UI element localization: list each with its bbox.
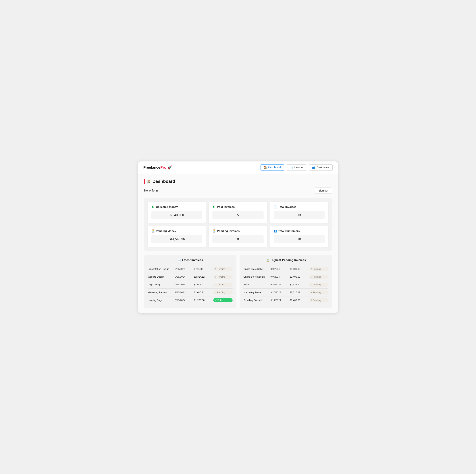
invoice-date: 9/14/2024 [271, 299, 290, 301]
status-label: Pending [313, 276, 321, 278]
status-label: Pending [217, 291, 225, 294]
invoice-row: Online Store Design 9/9/2024 $3,400.00 ?… [243, 273, 328, 281]
invoice-date: 9/25/2024 [175, 283, 194, 286]
collected-money-icon: 💲 [151, 205, 155, 209]
dashboard-nav-icon: 🏠 [264, 166, 267, 169]
app-brand: FreelancePro 🚀 [143, 165, 172, 170]
invoice-amount: $2,324.12 [194, 276, 213, 278]
status-icon: ? [215, 291, 216, 294]
invoice-name: Logo Design [148, 283, 175, 286]
customers-nav-label: Customers [317, 166, 329, 169]
invoice-status-badge: ? Pending [309, 283, 328, 287]
collected-money-title: 💲 Collected Money [151, 205, 202, 209]
page-title-icon: 🏠 [147, 180, 151, 183]
paid-invoices-value: 5 [212, 211, 263, 219]
invoice-name: Presentation Design [148, 268, 175, 270]
invoice-name: Hello [243, 283, 271, 286]
pending-invoices-icon: ⏳ [212, 229, 216, 233]
page-header: 🏠 Dashboard [144, 179, 332, 184]
invoice-row: Landing Page 9/15/2024 $1,200.00 ✔ Paid [148, 296, 233, 304]
invoice-status-badge: ? Pending [309, 275, 328, 279]
pending-invoices-title: ⏳ Pending Invoices [212, 229, 263, 233]
invoice-amount: $123.12 [194, 283, 213, 286]
pending-invoices-value: 8 [212, 235, 263, 243]
status-label: Paid [218, 299, 222, 301]
invoice-status-badge: ✔ Paid [213, 298, 233, 302]
invoice-row: Marketing Presen... 9/25/2024 $2,010.12 … [243, 289, 328, 296]
stat-paid-invoices: 💲 Paid Invoices 5 [209, 202, 267, 223]
status-label: Pending [313, 291, 321, 294]
stat-collected-money: 💲 Collected Money $9,400.00 [148, 202, 206, 223]
dashboard-nav-label: Dashboard [268, 166, 281, 169]
nav-invoices[interactable]: 📄 Invoices [286, 164, 307, 171]
invoice-amount: $2,324.12 [290, 283, 309, 286]
total-customers-title: 👥 Total Customers [274, 229, 325, 233]
pending-money-value: $14,546.36 [151, 235, 202, 243]
status-label: Pending [313, 299, 321, 301]
latest-invoices-list: Presentation Design 9/26/2024 $789.00 ? … [148, 265, 233, 304]
invoice-row: Hello 9/25/2024 $2,324.12 ? Pending [243, 281, 328, 289]
invoice-status-badge: ? Pending [213, 283, 233, 287]
invoice-status-badge: ? Pending [309, 267, 328, 271]
highest-pending-icon: ⏳ [266, 259, 270, 262]
invoice-row: Website Design 9/25/2024 $2,324.12 ? Pen… [148, 273, 233, 281]
brand-text-freelance: Freelance [143, 165, 160, 169]
invoice-name: Marketing Presen... [243, 291, 271, 294]
stats-section: 💲 Collected Money $9,400.00 💲 Paid Invoi… [144, 198, 332, 251]
status-label: Pending [313, 283, 321, 286]
invoice-status-badge: ? Pending [213, 275, 233, 279]
signout-button[interactable]: Sign out [315, 188, 332, 194]
invoice-row: Logo Design 9/25/2024 $123.12 ? Pending [148, 281, 233, 289]
invoice-amount: $2,010.12 [290, 291, 309, 294]
highest-pending-list: Online Store Rebr... 9/9/2024 $4,000.00 … [243, 265, 328, 304]
customers-nav-icon: 👥 [312, 166, 315, 169]
stat-total-customers: 👥 Total Customers 10 [270, 226, 328, 247]
app-container: FreelancePro 🚀 🏠 Dashboard 📄 Invoices 👥 … [138, 162, 338, 313]
invoice-amount: $3,400.00 [290, 276, 309, 278]
stat-pending-invoices: ⏳ Pending Invoices 8 [209, 226, 267, 247]
status-label: Pending [217, 283, 225, 286]
nav-dashboard[interactable]: 🏠 Dashboard [260, 164, 284, 171]
latest-invoices-panel: 📄 Latest Invoices Presentation Design 9/… [144, 255, 236, 308]
invoice-date: 9/15/2024 [175, 299, 194, 301]
invoice-amount: $4,000.00 [290, 268, 309, 270]
stats-grid-row2: ⏳ Pending Money $14,546.36 ⏳ Pending Inv… [148, 226, 328, 247]
brand-text-pro: Pro [160, 165, 166, 169]
total-invoices-value: 13 [274, 211, 325, 219]
invoice-amount: $2,010.12 [194, 291, 213, 294]
status-label: Pending [217, 268, 225, 270]
navbar-nav: 🏠 Dashboard 📄 Invoices 👥 Customers [260, 164, 333, 171]
status-icon: ? [215, 276, 216, 278]
invoice-row: Presentation Design 9/26/2024 $789.00 ? … [148, 265, 233, 273]
invoice-status-badge: ? Pending [213, 291, 233, 294]
panels-row: 📄 Latest Invoices Presentation Design 9/… [144, 255, 332, 308]
invoices-nav-icon: 📄 [290, 166, 293, 169]
status-icon: ? [311, 284, 312, 286]
stats-grid-row1: 💲 Collected Money $9,400.00 💲 Paid Invoi… [148, 202, 328, 223]
invoice-name: Online Store Design [243, 276, 271, 278]
status-label: Pending [313, 268, 321, 270]
collected-money-value: $9,400.00 [151, 211, 202, 219]
invoice-amount: $789.00 [194, 268, 213, 270]
invoice-date: 9/25/2024 [175, 291, 194, 294]
status-icon: ? [311, 268, 312, 270]
invoices-nav-label: Invoices [294, 166, 304, 169]
invoice-name: Branding Consult... [243, 299, 271, 301]
invoice-name: Website Design [148, 276, 175, 278]
invoice-date: 9/9/2024 [271, 276, 290, 278]
invoice-status-badge: ? Pending [309, 298, 328, 302]
status-icon: ✔ [215, 299, 217, 301]
invoice-name: Landing Page [148, 299, 175, 301]
invoice-row: Online Store Rebr... 9/9/2024 $4,000.00 … [243, 265, 328, 273]
invoice-date: 9/25/2024 [271, 291, 290, 294]
invoice-status-badge: ? Pending [213, 267, 233, 271]
invoice-date: 9/25/2024 [175, 276, 194, 278]
pending-money-title: ⏳ Pending Money [151, 229, 202, 233]
top-bar: Hello John Sign out [144, 188, 332, 194]
invoice-date: 9/25/2024 [271, 283, 290, 286]
total-invoices-icon: 📄 [274, 205, 277, 209]
total-customers-value: 10 [274, 235, 325, 243]
stat-total-invoices: 📄 Total Invoices 13 [270, 202, 328, 223]
status-icon: ? [311, 299, 312, 301]
nav-customers[interactable]: 👥 Customers [309, 164, 333, 171]
